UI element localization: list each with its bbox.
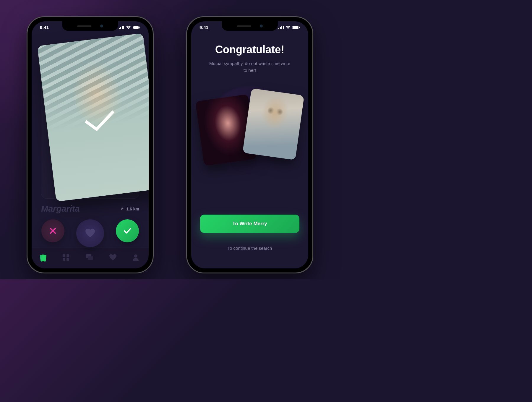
svg-rect-8 xyxy=(41,254,46,261)
svg-rect-22 xyxy=(299,27,300,28)
action-row xyxy=(32,219,149,247)
svg-rect-0 xyxy=(119,28,120,29)
svg-rect-11 xyxy=(63,258,65,261)
svg-rect-1 xyxy=(120,27,121,29)
match-photo-partner xyxy=(243,88,304,160)
wifi-icon xyxy=(126,26,131,29)
svg-rect-6 xyxy=(140,27,140,28)
battery-icon xyxy=(292,26,300,29)
checkmark-icon xyxy=(81,108,119,137)
superlike-button[interactable] xyxy=(76,219,104,247)
wifi-icon xyxy=(286,26,291,29)
status-time: 9:41 xyxy=(200,25,208,30)
profile-distance: 1.6 km xyxy=(126,207,139,211)
profile-name: Margarita xyxy=(41,204,80,214)
battery-icon xyxy=(133,26,140,29)
tab-cards[interactable] xyxy=(39,254,48,263)
match-title: Congratulate! xyxy=(215,43,284,56)
svg-rect-17 xyxy=(280,27,281,29)
phone-match: 9:41 Congratulate! Mutual sympathy, do n… xyxy=(186,16,313,273)
svg-rect-21 xyxy=(293,26,298,29)
write-button[interactable]: To Write Merry xyxy=(200,215,299,233)
phone-swipe: 9:41 Margarita 1.6 km xyxy=(27,16,154,273)
svg-point-15 xyxy=(134,254,137,257)
svg-rect-12 xyxy=(66,258,69,261)
signal-icon xyxy=(278,26,284,29)
profile-card[interactable] xyxy=(37,33,149,202)
tab-profile[interactable] xyxy=(132,254,141,263)
tab-likes[interactable] xyxy=(109,254,118,263)
location-icon xyxy=(121,207,124,211)
svg-rect-5 xyxy=(133,26,139,29)
svg-rect-19 xyxy=(283,26,284,29)
match-cards xyxy=(200,90,300,166)
svg-rect-10 xyxy=(66,254,69,257)
svg-rect-3 xyxy=(123,26,124,29)
dislike-button[interactable] xyxy=(41,219,64,242)
tab-grid[interactable] xyxy=(62,254,71,263)
svg-rect-18 xyxy=(281,26,282,29)
svg-rect-16 xyxy=(278,28,279,29)
tab-chats[interactable] xyxy=(86,254,95,263)
status-time: 9:41 xyxy=(40,25,49,30)
match-subtitle: Mutual sympathy, do not waste time write… xyxy=(208,60,291,74)
svg-rect-14 xyxy=(88,256,93,260)
svg-rect-9 xyxy=(63,254,65,257)
profile-info-row: Margarita 1.6 km xyxy=(41,204,139,214)
notch xyxy=(222,21,278,31)
continue-search-link[interactable]: To continue the search xyxy=(191,246,308,251)
write-button-label: To Write Merry xyxy=(232,221,267,227)
notch xyxy=(62,21,118,31)
tab-bar xyxy=(32,248,149,268)
signal-icon xyxy=(119,26,124,29)
like-button[interactable] xyxy=(116,219,139,242)
continue-search-label: To continue the search xyxy=(228,246,272,251)
svg-rect-2 xyxy=(122,26,123,29)
